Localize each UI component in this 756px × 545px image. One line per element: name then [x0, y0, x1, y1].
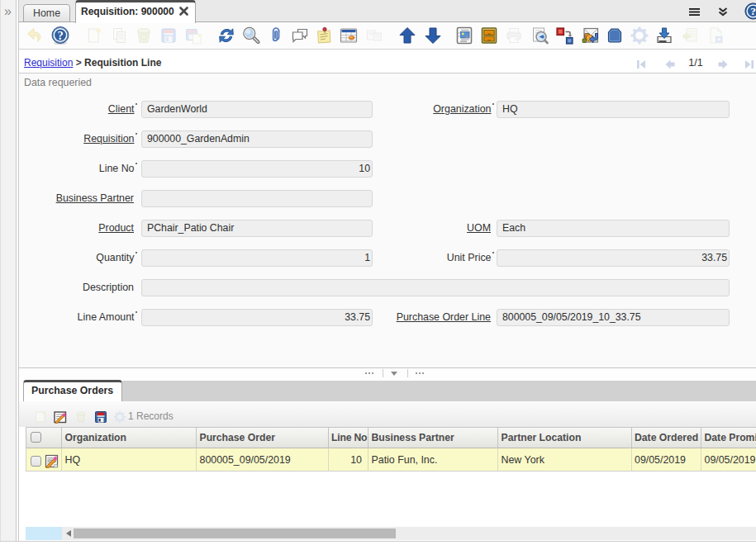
- svg-text:?: ?: [57, 29, 63, 42]
- svg-text:?: ?: [750, 5, 756, 17]
